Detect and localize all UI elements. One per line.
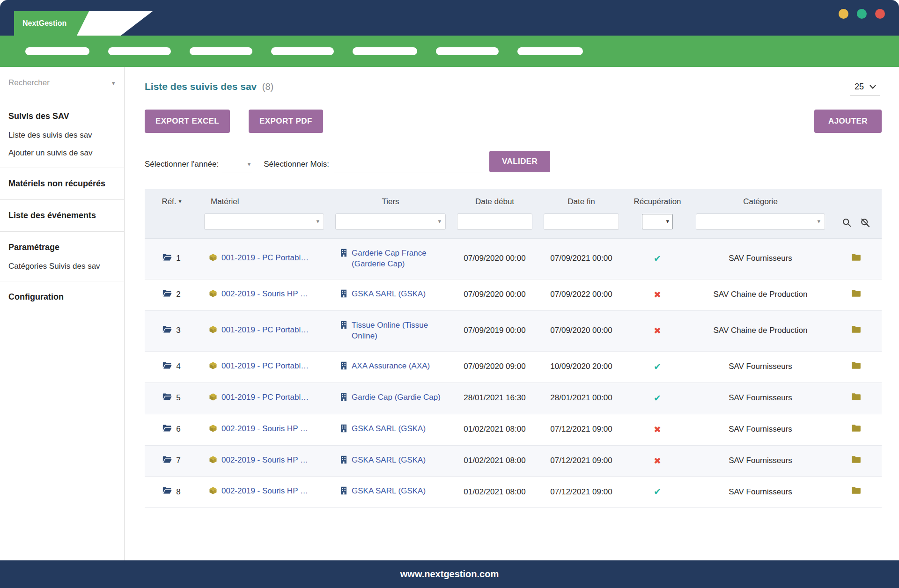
header-tiers: Tiers <box>330 189 451 211</box>
column-filter-row <box>145 211 882 239</box>
search-icon[interactable] <box>842 218 852 228</box>
date-fin-cell: 07/12/2021 09:00 <box>538 477 625 508</box>
table-row[interactable]: 4 001-2019 - PC Portabl… <box>145 351 882 382</box>
materiel-link[interactable]: 002-2019 - Souris HP … <box>221 289 308 300</box>
recuperation-filter-select[interactable] <box>642 214 673 229</box>
sidebar-search: ▾ <box>8 78 115 92</box>
package-icon <box>209 456 217 467</box>
category-folder-icon[interactable] <box>851 253 861 261</box>
building-icon <box>340 361 347 373</box>
materiel-link[interactable]: 002-2019 - Souris HP … <box>221 486 308 497</box>
page-title: Liste des suivis des sav <box>145 81 257 92</box>
package-icon <box>209 325 217 337</box>
package-icon <box>209 393 217 404</box>
building-icon <box>340 249 347 260</box>
tiers-filter-select[interactable] <box>335 213 446 230</box>
category-folder-icon[interactable] <box>851 424 861 432</box>
search-input[interactable] <box>8 78 112 88</box>
sidebar-item-suivis-des-sav[interactable]: Suivis des SAV <box>0 106 124 126</box>
materiel-filter-select[interactable] <box>204 213 324 230</box>
building-icon <box>340 424 347 436</box>
date-fin-filter-input[interactable] <box>544 213 619 230</box>
sidebar-divider <box>0 313 124 313</box>
nav-item-pill-1[interactable] <box>25 47 89 55</box>
materiel-link[interactable]: 001-2019 - PC Portabl… <box>221 361 309 372</box>
tiers-link[interactable]: AXA Assurance (AXA) <box>352 361 430 372</box>
sidebar-divider <box>0 231 124 232</box>
tiers-link[interactable]: Tissue Online (Tissue Online) <box>352 320 448 342</box>
sidebar-item-liste-des-suivis[interactable]: Liste des suivis des sav <box>0 126 124 144</box>
table-row[interactable]: 2 002-2019 - Souris HP … <box>145 279 882 310</box>
date-fin-cell: 07/09/2022 00:00 <box>538 279 625 310</box>
tiers-link[interactable]: GSKA SARL (GSKA) <box>352 455 426 466</box>
add-button[interactable]: AJOUTER <box>814 110 882 133</box>
month-filter-label: Sélectionner Mois: <box>264 160 329 172</box>
brand-tab[interactable]: NextGestion <box>14 11 89 36</box>
window-maximize-dot[interactable] <box>857 9 867 19</box>
materiel-link[interactable]: 001-2019 - PC Portabl… <box>221 392 309 403</box>
nav-item-pill-6[interactable] <box>436 47 499 55</box>
page-size-select[interactable]: 25 <box>850 81 880 96</box>
table-head: Réf.▾ Matériel Tiers Date début Date fin… <box>145 189 882 239</box>
category-folder-icon[interactable] <box>851 456 861 463</box>
categorie-filter-select[interactable] <box>696 213 825 230</box>
table-row[interactable]: 6 002-2019 - Souris HP … <box>145 414 882 445</box>
table-row[interactable]: 8 002-2019 - Souris HP … <box>145 477 882 508</box>
window-close-dot[interactable] <box>875 9 885 19</box>
date-debut-filter-input[interactable] <box>457 213 532 230</box>
materiel-link[interactable]: 002-2019 - Souris HP … <box>221 424 308 434</box>
tiers-link[interactable]: GSKA SARL (GSKA) <box>352 289 426 300</box>
window-minimize-dot[interactable] <box>839 9 848 19</box>
tiers-link[interactable]: GSKA SARL (GSKA) <box>352 424 426 434</box>
content-area: ▾ Suivis des SAV Liste des suivis des sa… <box>0 67 899 560</box>
tiers-link[interactable]: Garderie Cap France (Garderie Cap) <box>352 248 448 270</box>
materiel-link[interactable]: 002-2019 - Souris HP … <box>221 455 308 466</box>
sidebar-item-categories-suivis[interactable]: Catégories Suivis des sav <box>0 257 124 275</box>
table-row[interactable]: 3 001-2019 - PC Portabl… <box>145 310 882 351</box>
page-title-wrap: Liste des suivis des sav (8) <box>145 81 273 92</box>
date-debut-cell: 01/02/2021 08:00 <box>451 414 538 445</box>
nav-item-pill-7[interactable] <box>517 47 583 55</box>
category-folder-icon[interactable] <box>851 289 861 297</box>
sidebar-item-configuration[interactable]: Configuration <box>0 287 124 307</box>
folder-open-icon <box>162 289 172 301</box>
sidebar-item-liste-des-evenements[interactable]: Liste des événements <box>0 206 124 226</box>
sidebar-item-ajouter-suivi[interactable]: Ajouter un suivis de sav <box>0 144 124 162</box>
date-fin-cell: 07/09/2021 00:00 <box>538 239 625 279</box>
export-excel-button[interactable]: EXPORT EXCEL <box>145 110 230 133</box>
materiel-link[interactable]: 001-2019 - PC Portabl… <box>221 253 309 264</box>
table-row[interactable]: 5 001-2019 - PC Portabl… <box>145 382 882 414</box>
table-row[interactable]: 1 001-2019 - PC Portabl… <box>145 239 882 279</box>
tiers-link[interactable]: Gardie Cap (Gardie Cap) <box>352 392 441 403</box>
sidebar-item-materiels-non-recuperes[interactable]: Matériels non récupérés <box>0 174 124 194</box>
top-bar: NextGestion <box>0 0 899 36</box>
search-off-icon[interactable] <box>860 218 870 228</box>
recovery-status-icon <box>654 393 661 403</box>
nav-item-pill-2[interactable] <box>108 47 171 55</box>
period-filter-row: Sélectionner l'année: ▾ Sélectionner Moi… <box>145 151 882 172</box>
recovery-status-icon <box>654 487 661 497</box>
sidebar-divider <box>0 281 124 281</box>
category-folder-icon[interactable] <box>851 393 861 401</box>
folder-open-icon <box>162 486 172 498</box>
nav-item-pill-4[interactable] <box>271 47 334 55</box>
header-ref[interactable]: Réf.▾ <box>145 189 199 211</box>
month-input[interactable] <box>334 158 483 172</box>
year-select[interactable]: ▾ <box>222 158 252 172</box>
sidebar-item-parametrage[interactable]: Paramétrage <box>0 237 124 257</box>
tiers-link[interactable]: GSKA SARL (GSKA) <box>352 486 426 497</box>
recovery-status-icon <box>654 290 661 300</box>
table-row[interactable]: 7 002-2019 - Souris HP … <box>145 445 882 477</box>
materiel-link[interactable]: 001-2019 - PC Portabl… <box>221 325 309 336</box>
footer-bar: www.nextgestion.com <box>0 560 899 588</box>
row-ref: 4 <box>176 361 180 372</box>
category-folder-icon[interactable] <box>851 325 861 333</box>
recovery-status-icon <box>654 362 661 372</box>
nav-item-pill-3[interactable] <box>190 47 252 55</box>
category-folder-icon[interactable] <box>851 361 861 369</box>
category-folder-icon[interactable] <box>851 486 861 494</box>
nav-item-pill-5[interactable] <box>353 47 417 55</box>
validate-button[interactable]: VALIDER <box>489 151 550 172</box>
footer-url: www.nextgestion.com <box>400 569 499 580</box>
export-pdf-button[interactable]: EXPORT PDF <box>249 110 323 133</box>
